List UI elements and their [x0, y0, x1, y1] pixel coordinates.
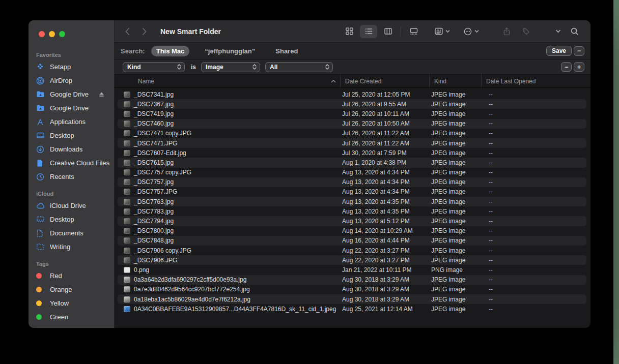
table-row[interactable]: _DSC7341.jpgJul 25, 2020 at 12:05 PMJPEG…: [118, 89, 586, 99]
table-row[interactable]: 0a7e3d80462d9564cc9207bcf772e254.jpgAug …: [118, 285, 586, 294]
setapp-icon: [36, 63, 46, 71]
table-row[interactable]: _DSC7460.jpgJul 26, 2020 at 10:50 AMJPEG…: [118, 119, 586, 129]
sidebar-item-documents[interactable]: Documents: [29, 226, 114, 240]
sidebar-section-title: iCloud: [29, 184, 114, 199]
date-created-cell: Aug 1, 2020 at 4:38 PM: [341, 159, 430, 166]
date-last-opened-cell: --: [482, 140, 586, 147]
add-criterion-button[interactable]: +: [574, 62, 584, 72]
scope-shared[interactable]: Shared: [270, 46, 303, 56]
date-created-cell: Aug 25, 2021 at 12:14 AM: [341, 306, 430, 313]
minimize-button[interactable]: [49, 31, 55, 37]
table-row[interactable]: 0.pngJan 21, 2022 at 10:11 PMPNG image--: [118, 265, 586, 275]
table-row[interactable]: _DSC7906.JPGAug 22, 2020 at 3:27 PMJPEG …: [118, 255, 586, 265]
table-row[interactable]: _DSC7800.jpgAug 14, 2020 at 10:29 AMJPEG…: [118, 226, 586, 236]
column-header-name[interactable]: Name: [115, 75, 341, 87]
collapse-criteria-button[interactable]: −: [574, 46, 584, 56]
column-header-date-created[interactable]: Date Created: [341, 75, 430, 87]
zoom-button[interactable]: [59, 31, 65, 37]
icon-view-button[interactable]: [341, 25, 358, 38]
kind-select[interactable]: Kind: [123, 62, 185, 72]
sidebar-item-yellow[interactable]: Yellow: [29, 296, 114, 310]
file-name: _DSC7800.jpg: [134, 227, 174, 234]
sidebar-item-red[interactable]: Red: [29, 269, 114, 283]
sidebar-item-green[interactable]: Green: [29, 310, 114, 324]
kind-cell: JPEG image: [430, 198, 482, 205]
remove-criterion-button[interactable]: −: [561, 62, 572, 72]
sidebar-item-creative-cloud-files[interactable]: Creative Cloud Files: [29, 156, 114, 170]
scope-folder[interactable]: “jeffphungglan”: [200, 46, 260, 56]
table-row[interactable]: _DSC7419.jpgJul 26, 2020 at 10:11 AMJPEG…: [118, 109, 586, 118]
search-button[interactable]: [566, 25, 583, 38]
file-thumbnail-icon: [124, 111, 130, 117]
toolbar-overflow-button[interactable]: [552, 25, 564, 38]
toolbar-buttons: [341, 25, 583, 38]
table-row[interactable]: _DSC7607-Edit.jpgJul 30, 2020 at 7:59 PM…: [118, 148, 586, 158]
table-row[interactable]: _DSC7757.jpgAug 13, 2020 at 4:34 PMJPEG …: [118, 177, 586, 187]
tag-color-icon: [36, 327, 46, 328]
file-name: _DSC7757.JPG: [134, 188, 177, 195]
table-row[interactable]: 0a3a64b2d3dfa690297c2cff5d00e93a.jpgAug …: [118, 275, 586, 285]
table-row[interactable]: _DSC7757.JPGAug 13, 2020 at 4:34 PMJPEG …: [118, 187, 586, 197]
date-created-cell: Aug 13, 2020 at 4:34 PM: [341, 188, 430, 195]
value-select[interactable]: Image: [201, 62, 260, 72]
table-row[interactable]: 0A34C0BBAFEBE9A15312909857...D44A3FF4A78…: [118, 304, 586, 314]
document-dashed-icon: [36, 229, 46, 237]
subtype-select[interactable]: All: [265, 62, 333, 72]
file-name: _DSC7471.JPG: [134, 140, 177, 147]
table-row[interactable]: _DSC7848.jpgAug 16, 2020 at 4:44 PMJPEG …: [118, 236, 586, 246]
tag-icon: [522, 27, 530, 36]
table-row[interactable]: _DSC7794.jpgAug 13, 2020 at 5:12 PMJPEG …: [118, 216, 586, 226]
file-name: _DSC7757 copy.JPG: [134, 169, 191, 176]
table-row[interactable]: _DSC7615.jpgAug 1, 2020 at 4:38 PMJPEG i…: [118, 158, 586, 167]
sidebar-item-desktop[interactable]: Desktop: [29, 213, 114, 226]
table-row[interactable]: _DSC7757 copy.JPGAug 13, 2020 at 4:34 PM…: [118, 168, 586, 177]
file-thumbnail-icon: [124, 120, 130, 127]
file-thumbnail-icon: [124, 257, 130, 263]
table-row[interactable]: _DSC7906 copy.JPGAug 22, 2020 at 3:27 PM…: [118, 246, 586, 255]
more-actions-button[interactable]: [461, 25, 481, 38]
sidebar-item-blue[interactable]: Blue: [29, 324, 114, 328]
sidebar-item-label: Orange: [50, 286, 72, 293]
file-name: 0A34C0BBAFEBE9A15312909857...D44A3FF4A78…: [134, 306, 336, 313]
sidebar-item-writing[interactable]: Writing: [29, 240, 114, 254]
table-row[interactable]: _DSC7783.jpgAug 13, 2020 at 4:35 PMJPEG …: [118, 206, 586, 216]
table-row[interactable]: _DSC7471.JPGJul 26, 2020 at 11:22 AMJPEG…: [118, 138, 586, 148]
sidebar-item-airdrop[interactable]: AirDrop: [29, 74, 114, 87]
sidebar-item-icloud-drive[interactable]: iCloud Drive: [29, 199, 114, 213]
table-row[interactable]: _DSC7367.jpgJul 26, 2020 at 9:55 AMJPEG …: [118, 99, 586, 109]
group-by-button[interactable]: [432, 25, 452, 38]
column-view-button[interactable]: [379, 25, 397, 38]
forward-button[interactable]: [140, 27, 148, 36]
sidebar-item-recents[interactable]: Recents: [29, 170, 114, 184]
scope-this-mac[interactable]: This Mac: [151, 46, 190, 56]
back-button[interactable]: [124, 27, 131, 36]
date-last-opened-cell: --: [482, 198, 586, 205]
sidebar-item-orange[interactable]: Orange: [29, 283, 114, 296]
sidebar-item-setapp[interactable]: Setapp: [29, 60, 114, 74]
file-name: _DSC7906.JPG: [134, 257, 177, 264]
close-button[interactable]: [39, 31, 45, 37]
table-row[interactable]: _DSC7763.jpgAug 13, 2020 at 4:35 PMJPEG …: [118, 197, 586, 206]
file-name: _DSC7906 copy.JPG: [134, 247, 191, 254]
table-row[interactable]: _DSC7471 copy.JPGJul 26, 2020 at 11:22 A…: [118, 129, 586, 138]
sidebar-item-downloads[interactable]: Downloads: [29, 142, 114, 156]
kind-cell: JPEG image: [430, 218, 482, 225]
file-name-cell: _DSC7794.jpg: [118, 218, 341, 225]
save-button[interactable]: Save: [546, 46, 572, 56]
column-header-kind[interactable]: Kind: [430, 75, 482, 87]
file-name-cell: _DSC7471 copy.JPG: [118, 130, 341, 137]
date-created-cell: Jul 25, 2020 at 12:05 PM: [341, 91, 430, 98]
sidebar-item-applications[interactable]: Applications: [29, 115, 114, 129]
sidebar-item-desktop[interactable]: Desktop: [29, 129, 114, 142]
table-row[interactable]: 0a18eba1ac5b86029ae4d0d7e7f6212a.jpgAug …: [118, 294, 586, 304]
gallery-view-button[interactable]: [405, 25, 423, 38]
file-name-cell: _DSC7757.JPG: [118, 188, 341, 195]
eject-icon[interactable]: [98, 92, 105, 97]
sidebar-item-google-drive[interactable]: Google Drive: [29, 87, 114, 101]
column-header-date-last-opened[interactable]: Date Last Opened: [482, 75, 590, 87]
date-last-opened-cell: --: [482, 169, 586, 176]
sidebar-item-google-drive[interactable]: Google Drive: [29, 101, 114, 115]
sidebar-item-label: Green: [50, 313, 68, 321]
folder-drive-icon: [36, 90, 46, 99]
list-view-button[interactable]: [360, 25, 377, 38]
